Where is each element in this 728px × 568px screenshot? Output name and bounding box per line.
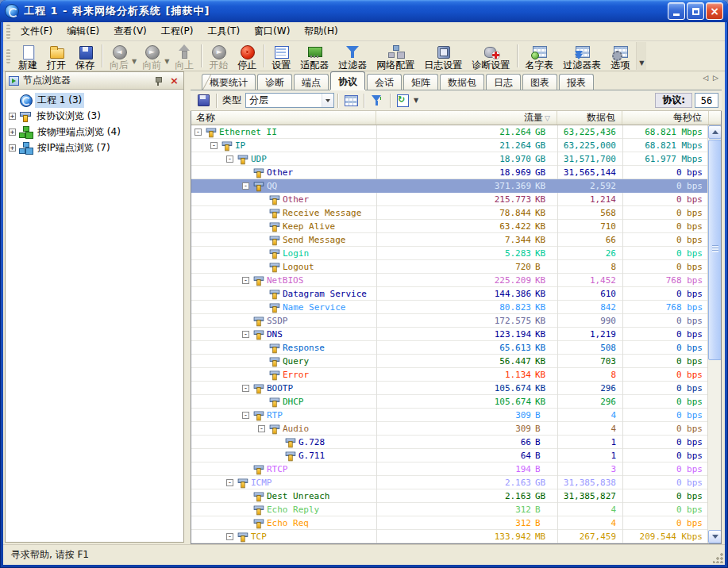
table-row[interactable]: -ICMP2.163GB31,385,8380 bps <box>191 476 721 489</box>
options-button[interactable]: 选项 <box>606 42 634 70</box>
toolbar-gripper[interactable] <box>6 49 10 63</box>
expand-plus-icon[interactable]: + <box>9 144 16 152</box>
table-row[interactable]: Echo Req312B40 bps <box>191 516 721 530</box>
adapter-button[interactable]: 适配器 <box>295 42 333 70</box>
title-bar[interactable]: 工程 1 - 科来网络分析系统 [捕获中] × <box>0 0 728 22</box>
type-combobox[interactable]: 分层 <box>245 93 334 108</box>
column-header-1[interactable]: 名称 <box>191 111 376 125</box>
table-row[interactable]: -RTP309B40 bps <box>191 409 721 422</box>
sidebar-tree-item[interactable]: 工程 1 (3) <box>7 92 182 108</box>
table-row[interactable]: Other18.969GB31,565,1440 bps <box>191 166 721 179</box>
tab-item[interactable]: 会话 <box>367 74 402 90</box>
table-row[interactable]: -NetBIOS225.209KB1,452768 bps <box>191 274 721 287</box>
scroll-up-icon[interactable] <box>708 125 722 139</box>
table-row[interactable]: Error1.134KB80 bps <box>191 368 721 382</box>
table-row[interactable]: -Audio309B40 bps <box>191 422 721 436</box>
table-row[interactable]: G.72866B10 bps <box>191 436 721 449</box>
pin-icon[interactable] <box>154 76 162 86</box>
menu-item[interactable]: 帮助(H) <box>297 22 345 40</box>
column-header-4[interactable]: 每秒位 <box>622 111 709 125</box>
table-row[interactable]: -UDP18.970GB31,571,70061.977 Mbps <box>191 152 721 166</box>
scroll-down-icon[interactable] <box>708 530 722 543</box>
table-row[interactable]: Keep Alive63.422KB7100 bps <box>191 220 721 233</box>
minimize-button[interactable] <box>668 2 685 20</box>
table-row[interactable]: G.71164B10 bps <box>191 449 721 462</box>
settings-button[interactable]: 设置 <box>267 42 295 70</box>
save-button[interactable]: 保存 <box>71 42 99 70</box>
expand-plus-icon[interactable]: + <box>9 129 16 136</box>
expand-minus-icon[interactable]: - <box>242 385 249 392</box>
stop-button[interactable]: 停止 <box>233 42 261 70</box>
export-save-button[interactable] <box>194 92 213 109</box>
network-config-button[interactable]: 网络配置 <box>372 42 419 70</box>
make-filter-button[interactable] <box>368 92 387 109</box>
close-button[interactable]: × <box>706 2 723 20</box>
table-row[interactable]: -BOOTP105.674KB2960 bps <box>191 382 721 395</box>
table-row[interactable]: DHCP105.674KB2960 bps <box>191 395 721 409</box>
maximize-button[interactable] <box>687 2 704 20</box>
tab-scroll-right-icon[interactable]: ▷ <box>713 74 718 82</box>
menu-item[interactable]: 工程(P) <box>154 22 201 40</box>
table-row[interactable]: -IP21.264GB63,225,00068.821 Mbps <box>191 139 721 152</box>
menubar-gripper[interactable] <box>6 25 10 39</box>
menu-item[interactable]: 文件(F) <box>13 22 60 40</box>
expand-minus-icon[interactable]: - <box>226 479 233 486</box>
new-file-button[interactable]: 新建 <box>13 42 42 70</box>
expand-minus-icon[interactable]: - <box>258 425 265 432</box>
table-row[interactable]: -TCP133.942MB267,459209.544 Kbps <box>191 530 721 543</box>
expand-minus-icon[interactable]: - <box>242 182 249 190</box>
table-row[interactable]: Login5.283KB260 bps <box>191 247 721 260</box>
expand-plus-icon[interactable]: + <box>9 113 16 120</box>
panel-splitter[interactable] <box>184 71 191 544</box>
table-row[interactable]: Query56.447KB7030 bps <box>191 355 721 368</box>
filter-button[interactable]: 过滤器 <box>333 42 372 70</box>
display-columns-button[interactable] <box>341 92 360 109</box>
table-row[interactable]: Echo Reply312B40 bps <box>191 503 721 516</box>
menu-item[interactable]: 编辑(E) <box>60 22 106 40</box>
open-folder-button[interactable]: 打开 <box>42 42 71 70</box>
expand-minus-icon[interactable]: - <box>226 155 233 163</box>
name-table-button[interactable]: 名字表 <box>520 42 558 70</box>
table-row[interactable]: Response65.613KB5080 bps <box>191 341 721 355</box>
table-row[interactable]: Send Message7.344KB660 bps <box>191 233 721 247</box>
expand-minus-icon[interactable]: - <box>242 331 249 338</box>
tab-item[interactable]: 数据包 <box>440 74 484 90</box>
table-row[interactable]: -DNS123.194KB1,2190 bps <box>191 328 721 341</box>
table-row[interactable]: RTCP194B30 bps <box>191 462 721 476</box>
tab-item[interactable]: 端点 <box>294 74 329 90</box>
table-row[interactable]: Dest Unreach2.163GB31,385,8270 bps <box>191 489 721 503</box>
panel-close-icon[interactable]: × <box>168 75 180 86</box>
table-row[interactable]: Receive Message78.844KB5680 bps <box>191 206 721 220</box>
filter-table-button[interactable]: 过滤器表 <box>558 42 606 70</box>
refresh-dropdown-icon[interactable]: ▼ <box>414 97 418 104</box>
table-row[interactable]: Other215.773KB1,2140 bps <box>191 193 721 206</box>
expand-minus-icon[interactable]: - <box>195 129 202 136</box>
table-row[interactable]: Datagram Service144.386KB6100 bps <box>191 287 721 301</box>
tab-item[interactable]: 诊断 <box>257 74 292 90</box>
table-row[interactable]: SSDP172.575KB9900 bps <box>191 314 721 328</box>
column-header-3[interactable]: 数据包 <box>557 111 622 125</box>
toolbar-overflow-button[interactable]: ▼ <box>636 42 646 70</box>
table-row[interactable]: -Ethernet II21.264GB63,225,43668.821 Mbp… <box>191 125 721 139</box>
expand-minus-icon[interactable]: - <box>226 533 233 540</box>
menu-item[interactable]: 查看(V) <box>106 22 154 40</box>
menu-item[interactable]: 工具(T) <box>200 22 247 40</box>
resize-grip[interactable] <box>713 553 723 563</box>
combobox-arrow-icon[interactable] <box>322 94 333 107</box>
tab-item[interactable]: 矩阵 <box>403 74 438 90</box>
scrollbar-thumb[interactable] <box>708 140 722 360</box>
table-row[interactable]: Name Service80.823KB842768 bps <box>191 301 721 314</box>
table-row[interactable]: -QQ371.369KB2,5920 bps <box>191 179 721 193</box>
log-settings-button[interactable]: 日志设置 <box>419 42 467 70</box>
tab-item[interactable]: 日志 <box>486 74 521 90</box>
sidebar-tree-item[interactable]: +按协议浏览 (3) <box>7 108 182 124</box>
expand-minus-icon[interactable]: - <box>242 277 249 284</box>
column-header-2[interactable]: 流量▽ <box>376 111 557 125</box>
sidebar-tree-item[interactable]: +按物理端点浏览 (4) <box>7 124 182 140</box>
tab-protocol[interactable]: 协议 <box>330 71 365 90</box>
vertical-scrollbar[interactable] <box>707 125 721 543</box>
table-row[interactable]: Logout720B80 bps <box>191 260 721 274</box>
tab-scroll-left-icon[interactable]: ◁ <box>703 74 708 82</box>
menu-item[interactable]: 窗口(W) <box>247 22 297 40</box>
diagnosis-settings-button[interactable]: 诊断设置 <box>467 42 514 70</box>
